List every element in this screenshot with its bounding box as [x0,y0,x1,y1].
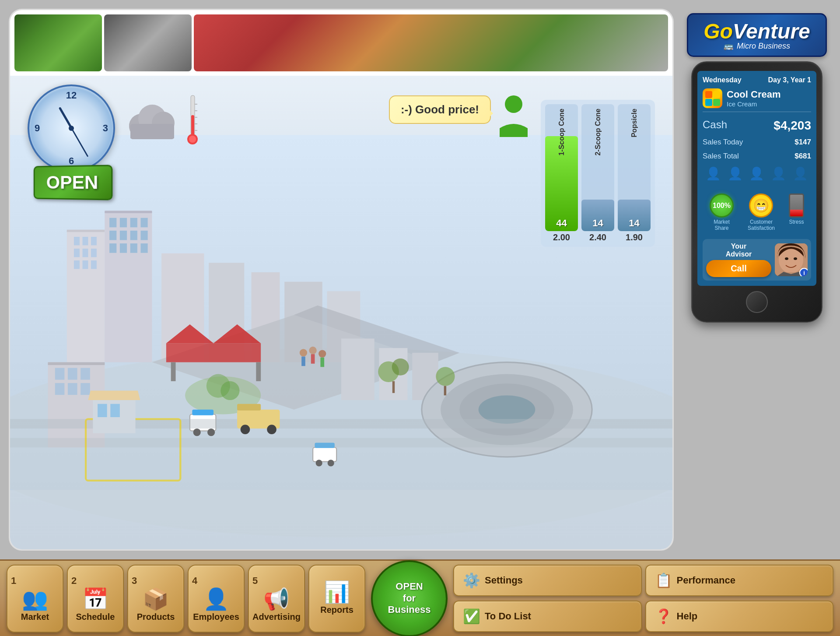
performance-icon: 📋 [655,572,672,589]
market-share-value: 100% [713,202,731,210]
svg-point-113 [794,257,797,260]
cash-label: Cash [703,119,727,133]
toolbar-btn-num-advertising: 5 [252,575,258,587]
svg-rect-18 [140,218,147,228]
sales-today-label: Sales Today [703,138,743,147]
advisor-info-icon: i [799,268,808,276]
toolbar-btn-label-employees: Employees [193,612,239,622]
toolbar-btn-num-products: 3 [132,575,137,587]
svg-rect-12 [91,260,97,269]
bar-label-popsicle: Popsicle [630,109,638,137]
svg-point-77 [300,349,307,356]
open-for-business-button[interactable]: OPEN for Business [371,560,448,636]
cloud-icon [124,102,181,141]
svg-point-112 [785,257,788,260]
todo-label: To Do List [485,611,531,622]
phone-day: Wednesday [703,76,742,84]
settings-label: Settings [485,575,523,586]
sales-total-row: Sales Total $681 [703,151,811,162]
settings-icon: ⚙️ [463,572,480,589]
right-buttons: ⚙️ Settings 📋 Performance ✅ To Do List ❓ [453,565,833,632]
toolbar-btn-icon-market: 👥 [22,589,48,610]
customer-satisfaction-circle: 😁 [749,193,773,218]
svg-marker-76 [88,390,140,400]
person-icon-4: 👤 [770,166,788,184]
bar-column-popsicle: Popsicle 14 1.90 [618,104,651,242]
logo-go: Go [704,19,733,43]
svg-rect-36 [55,368,65,380]
metrics-row: 100% Market Share 😁 Customer Satisfactio… [703,190,811,235]
clock-12: 12 [66,90,77,101]
svg-rect-10 [74,260,80,269]
product-bars: 1-Scoop Cone 44 2.00 2-Scoop Cone [541,100,655,247]
customer-avatar [495,95,532,137]
toolbar-btn-label-schedule: Schedule [76,612,115,622]
bar-label-2scoop: 2-Scoop Cone [594,109,602,156]
business-name: Cool Cream [727,89,780,100]
sales-total-value: $681 [794,152,811,161]
toolbar-btn-reports[interactable]: 📊 Reports [308,565,365,632]
logo-venture: Venture [733,19,810,43]
svg-rect-39 [55,383,65,395]
advisor-photo: i [775,243,808,276]
customer-satisfaction-label: Customer Satisfaction [748,219,775,231]
bar-count-2scoop: 14 [592,218,603,229]
person-icon-5: 👤 [791,166,809,184]
toolbar-btn-market[interactable]: 1 👥 Market [7,565,63,632]
toolbar-btn-schedule[interactable]: 2 📅 Schedule [67,565,124,632]
svg-rect-26 [140,243,147,253]
customer-satisfaction-metric: 😁 Customer Satisfaction [748,193,775,231]
toolbar-btn-advertising[interactable]: 5 📢 Advertising [248,565,305,632]
business-type: Ice Cream [727,100,780,108]
sales-total-label: Sales Total [703,152,739,161]
bar-price-2scoop: 2.40 [589,232,606,242]
open-business-label: OPEN for Business [388,581,431,615]
advisor-label: Your Advisor [706,242,771,258]
svg-rect-11 [82,260,88,269]
stress-battery [789,193,804,218]
svg-point-70 [436,367,455,386]
help-button[interactable]: ❓ Help [645,601,833,632]
stress-metric: Stress [789,193,804,231]
svg-rect-78 [301,357,305,366]
svg-rect-74 [98,404,107,417]
toolbar-btn-products[interactable]: 3 📦 Products [127,565,184,632]
toolbar-btn-icon-products: 📦 [143,589,169,610]
speech-bubble-area: :-) Good price! [389,95,532,137]
bar-price-1scoop: 2.00 [553,232,570,242]
cash-row: Cash $4,203 [703,117,811,134]
svg-rect-25 [130,243,137,253]
logo-box: GoVenture 🚌 Micro Business [687,13,827,57]
clock-center [69,126,74,131]
photo-forest [14,14,102,71]
svg-rect-6 [91,237,97,245]
help-label: Help [677,611,698,622]
svg-rect-80 [311,354,315,364]
settings-button[interactable]: ⚙️ Settings [453,565,641,596]
todo-button[interactable]: ✅ To Do List [453,601,641,632]
toolbar-btn-employees[interactable]: 4 👤 Employees [188,565,245,632]
svg-rect-15 [109,218,116,228]
clock-minute-hand [71,128,88,157]
svg-rect-44 [166,343,261,362]
advisor-call-button[interactable]: Call [706,260,771,277]
svg-rect-38 [80,368,90,380]
toolbar-btn-num-schedule: 2 [71,575,77,587]
svg-rect-9 [91,249,97,257]
svg-point-49 [220,381,239,400]
svg-rect-69 [392,381,395,393]
phone-panel: GoVenture 🚌 Micro Business Wednesday [682,9,831,551]
svg-rect-61 [313,447,336,461]
svg-rect-3 [67,230,105,232]
svg-point-81 [318,350,326,357]
top-area: 12 3 6 9 [0,0,840,559]
app-container: 12 3 6 9 [0,0,840,636]
phone-date: Day 3, Year 1 [768,76,811,84]
bar-price-popsicle: 1.90 [626,232,643,242]
svg-point-79 [309,347,316,354]
toolbar-btn-label-advertising: Advertising [252,612,301,622]
clock-3: 3 [103,123,108,134]
performance-button[interactable]: 📋 Performance [645,565,833,596]
svg-point-64 [328,460,334,466]
phone-home-button[interactable] [746,291,768,313]
